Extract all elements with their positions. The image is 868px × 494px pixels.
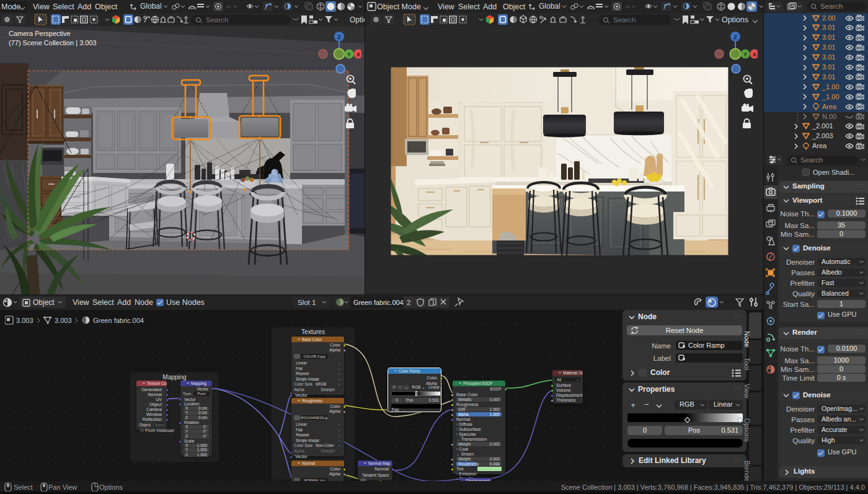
svg-text:Z: Z [337,34,341,40]
svg-text:Search: Search [613,16,636,24]
svg-text:Global: Global [539,2,560,11]
svg-text:Optio: Optio [350,15,365,24]
svg-text:X: X [753,51,757,58]
svg-text:Global: Global [140,2,162,11]
svg-text:Y: Y [347,51,351,58]
svg-text:Y: Y [743,51,747,58]
svg-text:Z: Z [733,34,737,40]
svg-text:X: X [356,51,361,58]
svg-text:Search: Search [206,16,228,24]
